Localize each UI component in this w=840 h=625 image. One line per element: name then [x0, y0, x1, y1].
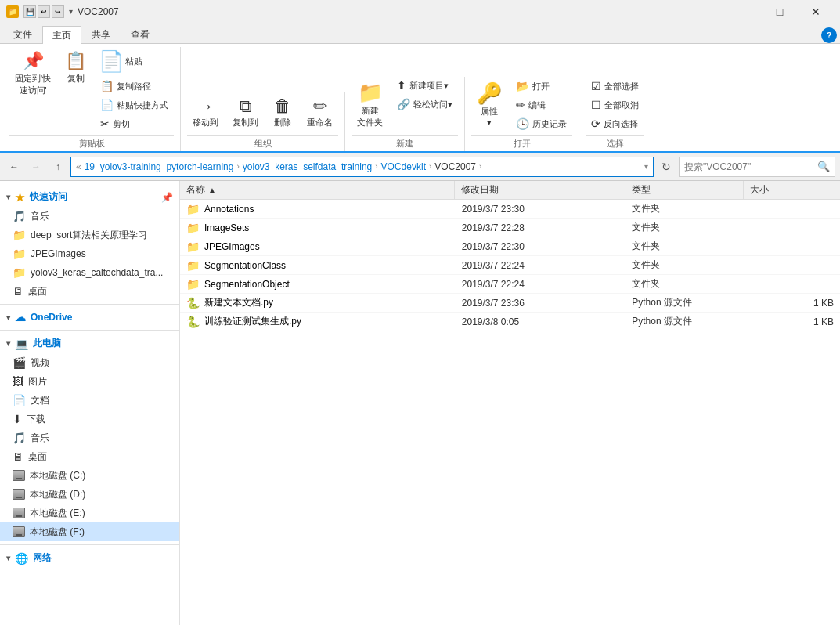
- properties-button[interactable]: 🔑 属性▾: [471, 78, 507, 132]
- select-all-button[interactable]: ☑ 全部选择: [586, 78, 644, 95]
- new-item-button[interactable]: ⬆ 新建项目▾: [391, 77, 458, 94]
- quick-access-header[interactable]: ▾ ★ 快速访问 📌: [0, 187, 179, 207]
- paste-shortcut-button[interactable]: 📄 粘贴快捷方式: [95, 96, 174, 114]
- path-segment-2[interactable]: yolov3_keras_selfdata_training: [243, 161, 372, 172]
- redo-btn[interactable]: ↪: [52, 5, 64, 18]
- sidebar-item-videos[interactable]: 🎬 视频: [0, 353, 179, 372]
- col-size[interactable]: 大小: [744, 181, 840, 199]
- cut-button[interactable]: ✂ 剪切: [95, 115, 174, 132]
- onedrive-cloud-icon: ☁: [15, 311, 26, 323]
- drive-e[interactable]: 本地磁盘 (E:): [0, 504, 179, 522]
- file-row[interactable]: 🐍 训练验证测试集生成.py 2019/3/8 0:05 Python 源文件 …: [180, 312, 840, 331]
- tab-share[interactable]: 共享: [81, 26, 121, 43]
- sidebar-item-pictures[interactable]: 🖼 图片: [0, 372, 179, 391]
- copy-to-button[interactable]: ⧉ 复制到: [227, 92, 264, 132]
- cut-icon: ✂: [100, 117, 110, 130]
- dropdown-arrow[interactable]: ▾: [644, 162, 648, 171]
- customize-arrow[interactable]: ▾: [69, 7, 73, 16]
- onedrive-header[interactable]: ▾ ☁ OneDrive: [0, 308, 179, 327]
- paste-icon: 📄: [99, 49, 124, 74]
- thispc-header[interactable]: ▾ 💻 此电脑: [0, 334, 179, 353]
- folder-icon: 📁: [186, 203, 200, 215]
- search-input[interactable]: [684, 161, 814, 172]
- sidebar-item-documents[interactable]: 📄 文档: [0, 391, 179, 410]
- tab-view[interactable]: 查看: [121, 26, 160, 43]
- maximize-button[interactable]: □: [762, 0, 798, 23]
- sort-arrow: ▲: [208, 186, 216, 194]
- address-path[interactable]: « 19_yolov3-training_pytorch-learning › …: [70, 157, 654, 177]
- refresh-button[interactable]: ↻: [657, 157, 676, 176]
- paste-button[interactable]: 📄 粘贴: [95, 47, 174, 76]
- window-controls: — □ ✕: [726, 0, 834, 23]
- rename-icon: ✏: [313, 96, 327, 117]
- minimize-button[interactable]: —: [726, 0, 762, 23]
- rename-button[interactable]: ✏ 重命名: [301, 92, 338, 132]
- copy-icon: 📋: [65, 51, 86, 71]
- tab-home[interactable]: 主页: [42, 26, 81, 44]
- copy-path-button[interactable]: 📋 复制路径: [95, 78, 174, 95]
- col-type[interactable]: 类型: [625, 181, 744, 199]
- drive-f[interactable]: 本地磁盘 (F:): [0, 522, 179, 541]
- file-row[interactable]: 📁 SegmentationObject 2019/3/7 22:24 文件夹: [180, 275, 840, 294]
- open-icon: 📂: [516, 80, 529, 92]
- file-row[interactable]: 📁 ImageSets 2019/3/7 22:28 文件夹: [180, 219, 840, 237]
- sidebar-item-desktop-pc[interactable]: 🖥 桌面: [0, 447, 179, 466]
- copy-button[interactable]: 📋 复制: [59, 47, 92, 89]
- delete-icon: 🗑: [274, 96, 291, 117]
- history-button[interactable]: 🕒 历史记录: [510, 115, 572, 132]
- back-button[interactable]: ←: [5, 157, 23, 176]
- undo-btn[interactable]: ↩: [38, 5, 50, 18]
- clipboard-label: 剪贴板: [9, 135, 174, 151]
- open-button[interactable]: 📂 打开: [510, 78, 572, 95]
- sidebar-item-deepsort[interactable]: 📁 deep_sort算法相关原理学习: [0, 226, 179, 244]
- file-row[interactable]: 📁 SegmentationClass 2019/3/7 22:24 文件夹: [180, 256, 840, 275]
- computer-icon: 💻: [15, 338, 28, 350]
- easy-access-button[interactable]: 🔗 轻松访问▾: [391, 96, 458, 113]
- search-icon[interactable]: 🔍: [817, 161, 830, 172]
- ribbon-group-open: 🔑 属性▾ 📂 打开 ✏ 编辑 🕒 历史记录 打开: [465, 78, 579, 151]
- col-name[interactable]: 名称 ▲: [180, 181, 455, 199]
- pin-quickaccess-button[interactable]: 📌 固定到'快速访问': [9, 47, 56, 100]
- thispc-section: ▾ 💻 此电脑 🎬 视频 🖼 图片 📄 文档 ⬇ 下载 🎵: [0, 334, 179, 541]
- file-list-header: 名称 ▲ 修改日期 类型 大小: [180, 181, 840, 200]
- select-all-icon: ☑: [591, 80, 601, 92]
- deselect-all-button[interactable]: ☐ 全部取消: [586, 96, 644, 114]
- network-header[interactable]: ▾ 🌐 网络: [0, 548, 179, 568]
- desktop-icon: 🖥: [13, 285, 23, 298]
- sidebar-item-music-pc[interactable]: 🎵 音乐: [0, 428, 179, 447]
- drive-c[interactable]: 本地磁盘 (C:): [0, 466, 179, 485]
- save-btn[interactable]: 💾: [23, 5, 36, 18]
- path-segment-3[interactable]: VOCdevkit: [381, 161, 426, 172]
- move-to-button[interactable]: → 移动到: [187, 92, 224, 132]
- drive-e-icon: [13, 508, 25, 518]
- sidebar-item-music-qa[interactable]: 🎵 音乐: [0, 207, 179, 226]
- path-segment-1[interactable]: 19_yolov3-training_pytorch-learning: [85, 161, 234, 172]
- file-row[interactable]: 📁 Annotations 2019/3/7 23:30 文件夹: [180, 200, 840, 219]
- file-name: 📁 ImageSets: [180, 222, 456, 234]
- divider-3: [0, 544, 179, 545]
- sidebar-item-downloads[interactable]: ⬇ 下载: [0, 410, 179, 428]
- sidebar-item-jpegimages[interactable]: 📁 JPEGImages: [0, 244, 179, 263]
- edit-button[interactable]: ✏ 编辑: [510, 96, 572, 114]
- up-button[interactable]: ↑: [49, 157, 67, 176]
- new-folder-button[interactable]: 📁 新建文件夹: [352, 77, 388, 132]
- drive-d[interactable]: 本地磁盘 (D:): [0, 485, 179, 504]
- invert-select-button[interactable]: ⟳ 反向选择: [586, 115, 644, 132]
- documents-label: 文档: [31, 394, 173, 407]
- file-row[interactable]: 🐍 新建文本文档.py 2019/3/7 23:36 Python 源文件 1 …: [180, 294, 840, 312]
- col-date[interactable]: 修改日期: [455, 181, 625, 199]
- copyto-icon: ⧉: [240, 96, 252, 117]
- close-button[interactable]: ✕: [798, 0, 834, 23]
- tab-file[interactable]: 文件: [3, 26, 42, 43]
- path-segment-4[interactable]: VOC2007: [434, 161, 476, 172]
- sidebar-item-desktop-qa[interactable]: 🖥 桌面: [0, 282, 179, 301]
- help-button[interactable]: ?: [821, 27, 837, 43]
- sidebar-item-yolo-caltech[interactable]: 📁 yolov3_keras_caltechdata_tra...: [0, 263, 179, 282]
- pin-icon[interactable]: 📌: [161, 192, 173, 203]
- search-box[interactable]: 🔍: [679, 157, 835, 177]
- file-row[interactable]: 📁 JPEGImages 2019/3/7 22:30 文件夹: [180, 237, 840, 256]
- file-name: 📁 SegmentationClass: [180, 259, 456, 272]
- delete-button[interactable]: 🗑 删除: [267, 92, 298, 132]
- quick-access-label: 快速访问: [30, 190, 67, 204]
- file-name: 📁 SegmentationObject: [180, 278, 456, 291]
